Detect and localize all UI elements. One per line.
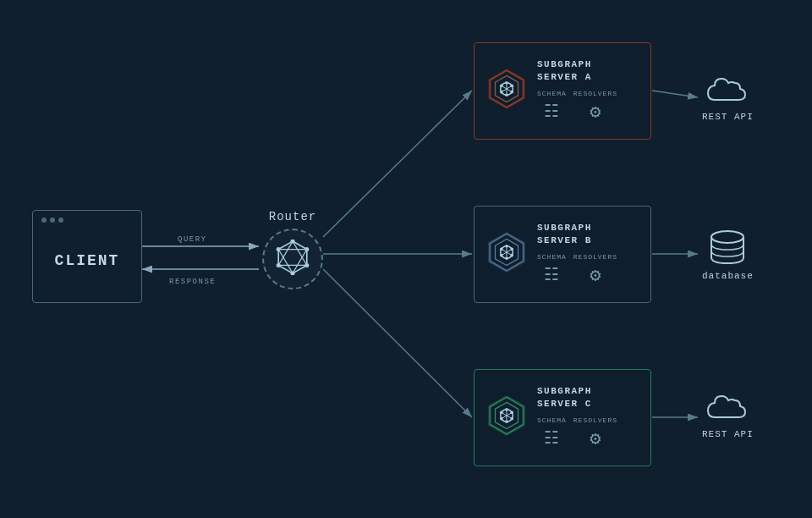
- database-icon: [708, 229, 747, 266]
- svg-text:QUERY: QUERY: [178, 235, 207, 244]
- database-label: database: [702, 271, 754, 281]
- svg-line-8: [323, 269, 472, 417]
- subgraph-a-schema: SCHEMA ☷: [537, 90, 567, 122]
- subgraph-b-resolvers: RESOLVERS ⚙: [573, 253, 617, 287]
- cloud-icon-bottom: [706, 392, 749, 424]
- svg-text:RESPONSE: RESPONSE: [169, 278, 216, 286]
- svg-point-45: [505, 245, 508, 248]
- svg-point-62: [500, 411, 503, 415]
- subgraph-c-schema: SCHEMA ☷: [537, 416, 567, 449]
- resource-database: database: [702, 229, 754, 281]
- svg-line-6: [323, 91, 472, 237]
- subgraph-c-resolvers: RESOLVERS ⚙: [573, 416, 617, 450]
- subgraph-server-c: SUBGRAPH SERVER C SCHEMA ☷ RESOLVERS ⚙: [474, 369, 651, 466]
- subgraph-a-icon: [485, 67, 529, 115]
- client-label: CLIENT: [55, 252, 120, 269]
- subgraph-a-title: SUBGRAPH SERVER A: [537, 58, 640, 83]
- resolvers-icon-b: ⚙: [590, 264, 601, 287]
- schema-icon-b: ☷: [544, 264, 559, 285]
- subgraph-c-info: SUBGRAPH SERVER C SCHEMA ☷ RESOLVERS ⚙: [537, 385, 640, 450]
- svg-point-47: [500, 254, 503, 257]
- client-dot-3: [58, 218, 63, 223]
- svg-point-59: [510, 417, 513, 421]
- svg-point-49: [500, 248, 503, 251]
- svg-point-58: [505, 408, 508, 411]
- svg-point-64: [711, 231, 743, 243]
- subgraph-b-title: SUBGRAPH SERVER B: [537, 222, 640, 246]
- svg-point-35: [505, 93, 508, 96]
- client-dot-2: [50, 218, 55, 223]
- svg-point-60: [500, 417, 503, 421]
- graphql-icon: [275, 240, 310, 279]
- resolvers-icon-a: ⚙: [590, 101, 601, 124]
- resource-rest-api-bottom: REST API: [702, 392, 754, 439]
- subgraph-a-details: SCHEMA ☷ RESOLVERS ⚙: [537, 90, 640, 124]
- svg-line-9: [652, 91, 698, 97]
- subgraph-a-resolvers: RESOLVERS ⚙: [573, 90, 617, 124]
- svg-point-50: [510, 248, 513, 251]
- client-box-dots: [41, 218, 63, 223]
- subgraph-b-icon: [485, 230, 529, 278]
- subgraph-c-details: SCHEMA ☷ RESOLVERS ⚙: [537, 416, 640, 450]
- subgraph-c-title: SUBGRAPH SERVER C: [537, 385, 640, 410]
- svg-point-36: [500, 85, 503, 88]
- svg-point-24: [277, 247, 281, 251]
- cloud-icon-top: [706, 74, 749, 107]
- subgraph-c-icon: [485, 394, 529, 442]
- schema-icon-a: ☷: [544, 101, 559, 122]
- client-box: CLIENT: [32, 210, 142, 303]
- router-container: Router: [262, 210, 323, 289]
- subgraph-b-schema: SCHEMA ☷: [537, 253, 567, 285]
- svg-point-32: [505, 81, 508, 85]
- architecture-diagram: QUERY RESPONSE CLIENT Router: [0, 0, 812, 518]
- resolvers-icon-c: ⚙: [590, 427, 601, 450]
- subgraph-b-info: SUBGRAPH SERVER B SCHEMA ☷ RESOLVERS ⚙: [537, 222, 640, 287]
- svg-point-46: [510, 254, 513, 257]
- svg-point-63: [510, 411, 513, 415]
- resource-rest-api-top: REST API: [702, 74, 754, 122]
- subgraph-server-a: SUBGRAPH SERVER A SCHEMA ☷ RESOLVERS ⚙: [474, 42, 651, 140]
- subgraph-a-info: SUBGRAPH SERVER A SCHEMA ☷ RESOLVERS ⚙: [537, 58, 640, 124]
- rest-api-top-label: REST API: [702, 112, 754, 122]
- client-dot-1: [41, 218, 47, 223]
- subgraph-b-details: SCHEMA ☷ RESOLVERS ⚙: [537, 253, 640, 287]
- svg-point-23: [277, 262, 281, 267]
- router-label: Router: [269, 210, 316, 223]
- svg-point-34: [500, 91, 503, 94]
- subgraph-server-b: SUBGRAPH SERVER B SCHEMA ☷ RESOLVERS ⚙: [474, 206, 651, 303]
- svg-point-37: [510, 85, 513, 88]
- router-circle: [262, 229, 323, 289]
- svg-point-33: [510, 91, 513, 94]
- schema-icon-c: ☷: [544, 427, 559, 449]
- rest-api-bottom-label: REST API: [702, 429, 754, 439]
- svg-point-61: [505, 420, 508, 423]
- svg-point-20: [304, 247, 309, 251]
- svg-point-21: [304, 262, 309, 267]
- svg-point-48: [505, 256, 508, 260]
